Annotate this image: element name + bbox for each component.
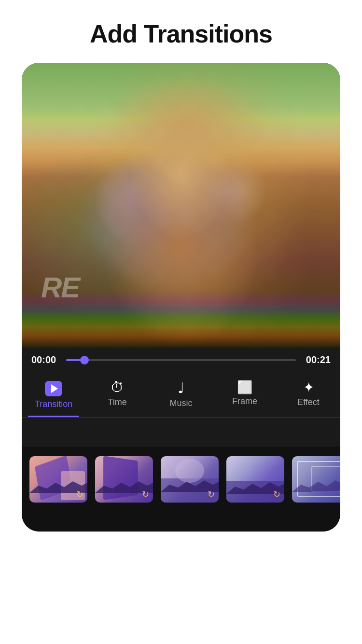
star-icon: ✦	[303, 381, 314, 394]
scroll-area	[22, 418, 340, 447]
transition-icon	[45, 381, 62, 396]
tab-effect[interactable]: ✦ Effect	[277, 377, 340, 417]
transition-thumb-4[interactable]: ↻	[226, 456, 284, 503]
tab-music-label: Music	[169, 398, 192, 408]
page-title: Add Transitions	[80, 0, 282, 63]
tab-frame-label: Frame	[232, 396, 257, 406]
transition-thumb-2[interactable]: ↻	[95, 456, 153, 503]
music-icon: ♩	[178, 381, 184, 395]
transition-thumb-5[interactable]: ↻	[292, 456, 340, 503]
tab-music[interactable]: ♩ Music	[149, 377, 213, 417]
tab-transition[interactable]: Transition	[22, 377, 85, 417]
frame-icon: ⬜	[237, 381, 252, 393]
tab-time-label: Time	[108, 397, 126, 407]
refresh-icon-3: ↻	[208, 489, 215, 500]
play-icon	[51, 384, 58, 393]
clock-icon: ⏱	[111, 381, 124, 394]
thumb-shape-5	[292, 456, 340, 503]
progress-track[interactable]	[66, 359, 296, 361]
transition-thumb-1[interactable]: ↻	[29, 456, 87, 503]
video-preview[interactable]: RE	[22, 63, 340, 348]
tabs-bar: Transition ⏱ Time ♩ Music ⬜ Frame ✦ Effe…	[22, 372, 340, 418]
progress-thumb[interactable]	[80, 356, 89, 364]
transitions-row: ↻ ↻ ↻ ↻ ↻	[22, 447, 340, 512]
tab-frame[interactable]: ⬜ Frame	[213, 377, 277, 417]
refresh-icon-5: ↻	[339, 489, 340, 500]
bottom-padding	[22, 512, 340, 532]
refresh-icon-2: ↻	[142, 489, 149, 500]
timeline-bar: 00:00 00:21	[22, 348, 340, 372]
time-end: 00:21	[302, 354, 331, 365]
refresh-icon-4: ↻	[273, 489, 280, 500]
transition-thumb-3[interactable]: ↻	[161, 456, 219, 503]
app-container: RE 00:00 00:21 Transition ⏱ Time ♩ Music	[22, 63, 340, 532]
watermark: RE	[41, 271, 79, 304]
time-start: 00:00	[31, 354, 60, 365]
tab-transition-label: Transition	[35, 399, 72, 409]
tab-time[interactable]: ⏱ Time	[85, 377, 149, 417]
tab-effect-label: Effect	[297, 397, 320, 407]
refresh-icon-1: ↻	[76, 489, 84, 500]
